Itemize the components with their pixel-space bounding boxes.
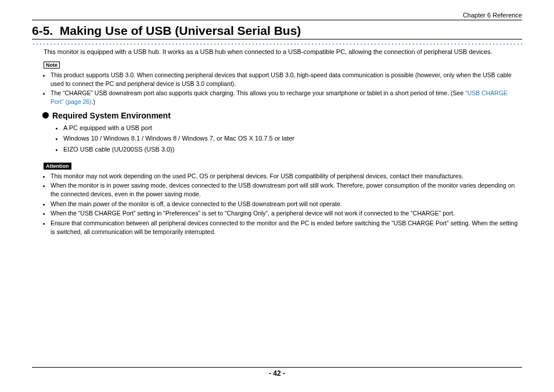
note-item: This product supports USB 3.0. When conn… (51, 71, 522, 88)
bullet-icon (42, 112, 49, 118)
note-label: Note (44, 62, 60, 69)
subheading: Required System Environment (52, 111, 171, 120)
list-item: Windows 10 / Windows 8.1 / Windows 8 / W… (63, 133, 522, 144)
list-item: Ensure that communication between all pe… (51, 219, 522, 236)
list-item: This monitor may not work depending on t… (51, 172, 522, 181)
page: Chapter 6 Reference 6-5. Making Use of U… (0, 0, 554, 236)
note-list: This product supports USB 3.0. When conn… (44, 71, 522, 106)
section-title-text: Making Use of USB (Universal Serial Bus) (60, 24, 301, 37)
page-number: - 42 - (269, 369, 285, 377)
attention-list: This monitor may not work depending on t… (44, 172, 522, 236)
list-item: When the monitor is in power saving mode… (51, 181, 522, 198)
header-rule (32, 20, 522, 20)
subheading-row: Required System Environment (42, 111, 522, 120)
list-item: When the main power of the monitor is of… (51, 200, 522, 208)
list-item: A PC equipped with a USB port (63, 123, 522, 134)
section-number: 6-5. (32, 24, 53, 37)
dotted-rule (32, 42, 522, 45)
requirements-list: A PC equipped with a USB port Windows 10… (56, 123, 522, 155)
note-item-suffix: .) (92, 98, 95, 105)
attention-label: Attention (44, 163, 71, 170)
intro-text: This monitor is equipped with a USB hub.… (44, 48, 522, 56)
list-item: When the “USB CHARGE Port” setting in “P… (51, 209, 522, 218)
section-title: 6-5. Making Use of USB (Universal Serial… (32, 24, 522, 39)
chapter-header: Chapter 6 Reference (32, 12, 522, 19)
note-item: The “CHARGE” USB downstream port also su… (51, 89, 522, 106)
note-item-text: The “CHARGE” USB downstream port also su… (51, 89, 465, 96)
list-item: EIZO USB cable (UU200SS (USB 3.0)) (63, 144, 522, 155)
page-footer: - 42 - (32, 367, 522, 377)
